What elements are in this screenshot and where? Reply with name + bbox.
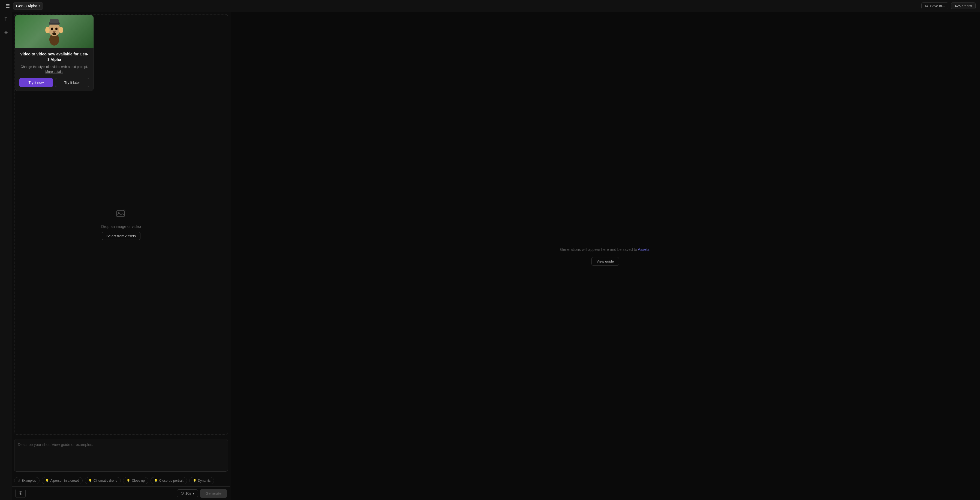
bulb-icon-5: 💡 (193, 479, 197, 482)
svg-point-9 (52, 32, 56, 35)
bulb-icon-1: 💡 (45, 479, 49, 482)
bottom-bar: ⏱ 10s ▾ Generate (12, 486, 230, 500)
header: ☰ Gen-3 Alpha ▾ 🗂 Save in... 425 credits (0, 0, 980, 12)
layers-icon[interactable]: ◈ (3, 28, 9, 36)
left-sidebar: T ◈ (0, 12, 12, 500)
close-up-portrait-label: Close-up portrait (159, 479, 183, 482)
save-label: Save in... (930, 4, 945, 8)
main-layout: T ◈ (0, 12, 980, 500)
examples-tag[interactable]: ↺ Examples (14, 477, 40, 484)
bulb-icon-2: 💡 (88, 479, 92, 482)
settings-button[interactable] (15, 489, 25, 498)
popup-buttons: Try it now Try it later (19, 78, 89, 87)
person-in-crowd-label: A person in a crowd (51, 479, 79, 482)
close-up-portrait-tag[interactable]: 💡 Close-up portrait (151, 477, 187, 484)
generations-text-main: Generations will appear here and be save… (560, 247, 637, 252)
bulb-icon-3: 💡 (127, 479, 130, 482)
popup-title: Video to Video now available for Gen-3 A… (19, 51, 89, 62)
right-panel: Generations will appear here and be save… (230, 12, 980, 500)
upload-label: Drop an image or video (101, 224, 141, 229)
settings-icon (18, 491, 22, 495)
dynamic-label: Dynamic (198, 479, 211, 482)
duration-button[interactable]: ⏱ 10s ▾ (177, 489, 198, 497)
puppet-illustration (43, 16, 65, 46)
popup-content: Video to Video now available for Gen-3 A… (15, 48, 94, 91)
header-right: 🗂 Save in... 425 credits (921, 2, 976, 9)
bulb-icon-4: 💡 (154, 479, 158, 482)
svg-rect-10 (117, 211, 124, 217)
cinematic-drone-tag[interactable]: 💡 Cinematic drone (85, 477, 121, 484)
examples-label: Examples (22, 479, 36, 482)
examples-row: ↺ Examples 💡 A person in a crowd 💡 Cinem… (12, 475, 230, 486)
text-tool-icon[interactable]: T (3, 15, 9, 24)
person-in-crowd-tag[interactable]: 💡 A person in a crowd (42, 477, 83, 484)
chevron-down-icon: ▾ (39, 4, 40, 7)
cinematic-drone-label: Cinematic drone (94, 479, 117, 482)
popup-card: Video to Video now available for Gen-3 A… (15, 15, 94, 91)
try-now-button[interactable]: Try it now (19, 78, 53, 87)
prompt-section (12, 437, 230, 475)
duration-chevron-icon: ▾ (192, 491, 194, 495)
close-up-label: Close up (132, 479, 145, 482)
generate-button[interactable]: Generate (200, 489, 227, 498)
view-guide-button[interactable]: View guide (592, 257, 619, 265)
generations-info-text: Generations will appear here and be save… (560, 246, 651, 252)
svg-point-6 (51, 27, 53, 30)
close-up-tag[interactable]: 💡 Close up (123, 477, 148, 484)
menu-button[interactable]: ☰ (4, 2, 11, 10)
app-title-dropdown[interactable]: Gen-3 Alpha ▾ (13, 2, 43, 10)
bottom-right: ⏱ 10s ▾ Generate (177, 489, 227, 498)
save-button[interactable]: 🗂 Save in... (921, 2, 948, 9)
dynamic-tag[interactable]: 💡 Dynamic (189, 477, 214, 484)
try-later-button[interactable]: Try it later (55, 78, 89, 87)
folder-icon: 🗂 (925, 4, 929, 8)
svg-point-12 (20, 492, 21, 494)
app-title-label: Gen-3 Alpha (16, 4, 37, 8)
svg-point-8 (53, 31, 56, 32)
examples-icon: ↺ (18, 479, 20, 482)
popup-description: Change the style of a video with a text … (19, 64, 89, 74)
select-assets-button[interactable]: Select from Assets (102, 232, 140, 240)
popup-desc-text: Change the style of a video with a text … (21, 65, 88, 69)
center-panel: Video to Video now available for Gen-3 A… (12, 12, 230, 500)
header-left: ☰ Gen-3 Alpha ▾ (4, 2, 43, 10)
assets-link[interactable]: Assets (638, 247, 649, 252)
duration-label: 10s (185, 491, 191, 495)
timer-icon: ⏱ (180, 491, 184, 495)
svg-rect-5 (50, 19, 59, 23)
upload-icon (116, 209, 126, 221)
popup-image (15, 15, 94, 48)
credits-badge: 425 credits (951, 2, 976, 9)
more-details-link[interactable]: More details (45, 70, 63, 74)
svg-point-3 (59, 27, 63, 33)
svg-point-2 (45, 27, 49, 33)
prompt-textarea[interactable] (14, 439, 228, 471)
svg-point-7 (56, 27, 57, 30)
